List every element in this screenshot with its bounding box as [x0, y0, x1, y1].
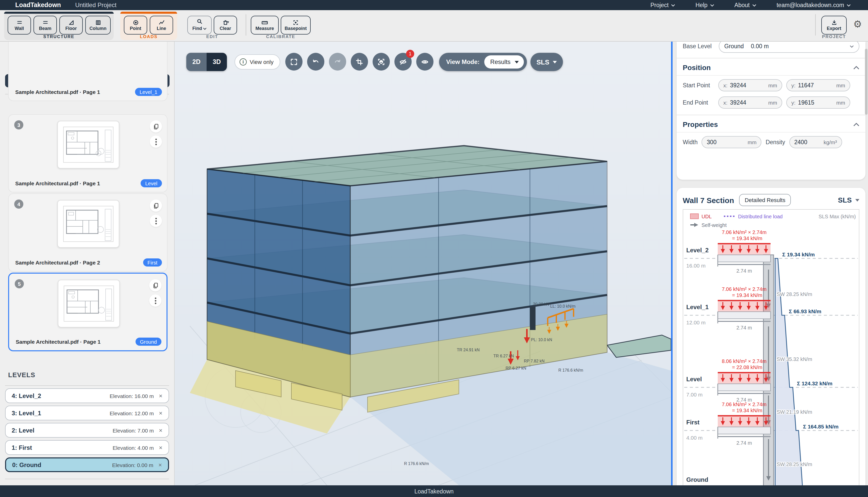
- wall-button[interactable]: Wall: [8, 16, 31, 34]
- density-input[interactable]: 2400 kg/m³: [789, 136, 842, 148]
- detailed-results-button[interactable]: Detailed Results: [739, 194, 791, 206]
- svg-text:= 22.08 kN/m: = 22.08 kN/m: [732, 365, 763, 370]
- point-load-column[interactable]: [530, 307, 536, 330]
- page-thumbnail[interactable]: [57, 121, 119, 169]
- collapse-icon[interactable]: [853, 66, 859, 69]
- delete-level-button[interactable]: ×: [159, 409, 162, 416]
- svg-text:Self-weight: Self-weight: [701, 222, 727, 228]
- toggle-2d[interactable]: 2D: [186, 53, 207, 71]
- chevron-down-icon: [203, 25, 207, 32]
- menu-about[interactable]: About: [735, 2, 756, 8]
- level-badge[interactable]: Level: [141, 179, 162, 187]
- hide-elements-button[interactable]: 1: [394, 53, 412, 71]
- page-thumbnail[interactable]: [57, 200, 119, 248]
- page-menu-button[interactable]: [150, 136, 162, 148]
- level-badge[interactable]: Level_1: [135, 88, 162, 96]
- download-icon: [830, 19, 838, 26]
- svg-text:2.74 m: 2.74 m: [736, 268, 752, 274]
- dropdown-arrow-icon: [515, 61, 519, 63]
- level-badge[interactable]: First: [143, 258, 162, 267]
- divider: [677, 132, 866, 132]
- clear-button[interactable]: Clear: [214, 16, 237, 34]
- settings-gear-icon[interactable]: ⚙: [853, 18, 862, 30]
- wall-icon: [15, 19, 23, 26]
- top-menu: Project Help About team@loadtakedown.com: [651, 2, 851, 8]
- building-3d-view[interactable]: 20.00 kN LL: 10.0 kN/m PL: 10.0 kN TR 6.…: [175, 42, 671, 485]
- view-only-pill[interactable]: i View only: [234, 54, 280, 70]
- level-row-level[interactable]: 2: Level Elevation: 7.00 m ×: [5, 423, 169, 438]
- menu-help[interactable]: Help: [695, 2, 714, 8]
- position-header[interactable]: Position: [683, 62, 859, 73]
- divider: [677, 115, 866, 115]
- level-badge[interactable]: Ground: [135, 338, 161, 346]
- export-button[interactable]: Export: [821, 16, 847, 34]
- delete-level-button[interactable]: ×: [158, 461, 162, 468]
- show-elements-button[interactable]: [416, 53, 434, 71]
- svg-text:SLS Max (kN/m): SLS Max (kN/m): [819, 214, 856, 219]
- page-menu-button[interactable]: [149, 295, 161, 307]
- end-x-input[interactable]: x: 39244 mm: [718, 97, 782, 109]
- base-level-select[interactable]: Ground 0.00 m: [719, 42, 859, 53]
- svg-text:Level: Level: [686, 376, 702, 383]
- page-card-4[interactable]: 4 Sample Architectural.p: [8, 194, 168, 272]
- page-menu-button[interactable]: [150, 215, 162, 227]
- chevron-down-icon: [752, 4, 756, 6]
- section-title: Wall 7 Section: [683, 196, 734, 204]
- divider: [5, 479, 169, 479]
- delete-level-button[interactable]: ×: [159, 392, 162, 399]
- edit-group: Find Clear EDIT: [183, 12, 242, 40]
- page-caption: Sample Architectural.pdf · Page 1: [15, 180, 100, 186]
- fit-view-button[interactable]: [285, 53, 303, 71]
- view-mode-select[interactable]: Results: [484, 55, 524, 69]
- dropdown-arrow-icon: [855, 199, 859, 201]
- crop-button[interactable]: [351, 53, 368, 71]
- duplicate-page-button[interactable]: [149, 279, 161, 292]
- diagram-legend: UDL Distributed line load SLS Max (kN/m)…: [690, 214, 856, 228]
- delete-level-button[interactable]: ×: [159, 427, 162, 434]
- level-row-ground[interactable]: 0: Ground Elevation: 0.00 m ×: [5, 457, 169, 472]
- width-input[interactable]: 300 mm: [702, 136, 762, 148]
- undo-button[interactable]: [307, 53, 324, 71]
- column-button[interactable]: Column: [85, 16, 111, 34]
- model-viewport[interactable]: 20.00 kN LL: 10.0 kN/m PL: 10.0 kN TR 6.…: [175, 42, 671, 485]
- page-card-3[interactable]: 3: [8, 114, 168, 193]
- calibrate-group: Measure Basepoint CALIBRATE: [250, 12, 312, 40]
- duplicate-page-button[interactable]: [150, 120, 162, 132]
- svg-text:7.00 m: 7.00 m: [686, 392, 703, 398]
- svg-text:Σ 66.93 kN/m: Σ 66.93 kN/m: [789, 308, 821, 314]
- redo-button[interactable]: [329, 53, 346, 71]
- project-title: Untitled Project: [75, 1, 116, 9]
- line-load-button[interactable]: Line: [150, 16, 173, 34]
- start-y-input[interactable]: y: 11647 mm: [786, 79, 850, 91]
- kebab-icon: [155, 141, 157, 142]
- diagram-level1: 7.06 kN/m² × 2.74m = 19.34 kN/m Level_1: [686, 286, 821, 362]
- view-mode-control: View Mode: Results: [439, 53, 527, 71]
- measure-button[interactable]: Measure: [251, 16, 279, 34]
- level-row-level2[interactable]: 4: Level_2 Elevation: 16.00 m ×: [5, 388, 169, 403]
- focus-model-button[interactable]: [373, 53, 390, 71]
- end-y-input[interactable]: y: 19615 mm: [786, 97, 850, 109]
- page-thumbnail[interactable]: [58, 280, 120, 327]
- calibrate-label: CALIBRATE: [250, 34, 312, 39]
- eye-icon: [421, 58, 429, 66]
- properties-header[interactable]: Properties: [683, 119, 859, 130]
- section-load-case-select[interactable]: SLS: [838, 196, 859, 204]
- menu-project[interactable]: Project: [651, 2, 675, 8]
- page-card-2[interactable]: Sample Architectural.pdf · Page 1 Level_…: [8, 42, 168, 101]
- level-row-first[interactable]: 1: First Elevation: 4.00 m ×: [5, 440, 169, 455]
- beam-button[interactable]: Beam: [33, 16, 57, 34]
- load-case-select[interactable]: SLS: [531, 53, 563, 71]
- toggle-3d[interactable]: 3D: [207, 53, 227, 71]
- delete-level-button[interactable]: ×: [159, 444, 162, 451]
- floor-button[interactable]: Floor: [59, 16, 83, 34]
- point-load-button[interactable]: Point: [124, 16, 147, 34]
- menu-account[interactable]: team@loadtakedown.com: [777, 2, 851, 8]
- level-row-level1[interactable]: 3: Level_1 Elevation: 12.00 m ×: [5, 406, 169, 420]
- find-button[interactable]: Find: [187, 16, 212, 34]
- collapse-icon[interactable]: [853, 123, 859, 126]
- scrollbar-thumb[interactable]: [865, 49, 868, 115]
- duplicate-page-button[interactable]: [150, 199, 162, 212]
- start-x-input[interactable]: x: 39244 mm: [718, 79, 782, 91]
- page-card-5[interactable]: 5 Sample Arch: [8, 273, 168, 351]
- basepoint-button[interactable]: Basepoint: [281, 16, 310, 34]
